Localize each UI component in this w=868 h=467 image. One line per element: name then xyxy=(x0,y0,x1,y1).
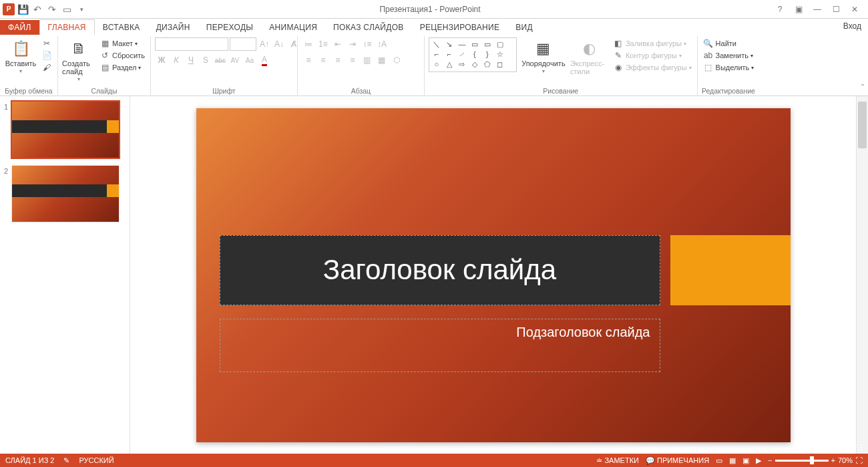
title-placeholder[interactable]: Заголовок слайда xyxy=(220,235,660,305)
shapes-gallery[interactable]: ＼ ↘ — ▭ ▭ ▢ ⌐ ⌐ ⟋ { } ☆ ○ △ ⇨ ◇ ⬠ ◻ xyxy=(429,37,517,72)
shape-arrow2-icon[interactable]: ⇨ xyxy=(456,59,468,69)
tab-view[interactable]: ВИД xyxy=(507,20,541,35)
shape-elbow-icon[interactable]: ⌐ xyxy=(431,49,443,59)
shape-fill-button[interactable]: ◧Заливка фигуры▾ xyxy=(612,37,693,49)
ribbon-options-icon[interactable]: ▣ xyxy=(791,3,807,16)
font-name-combo[interactable] xyxy=(155,37,228,51)
undo-icon[interactable]: ↶ xyxy=(31,3,44,16)
change-case-button[interactable]: Aa xyxy=(243,53,256,67)
find-button[interactable]: 🔍Найти xyxy=(702,37,756,49)
thumb-preview[interactable] xyxy=(12,102,119,158)
font-size-combo[interactable] xyxy=(230,37,256,51)
line-spacing-icon[interactable]: ↕≡ xyxy=(361,37,374,51)
close-icon[interactable]: ✕ xyxy=(847,3,863,16)
shape-roundrect-icon[interactable]: ▢ xyxy=(494,39,506,49)
shape-line-icon[interactable]: ＼ xyxy=(431,39,443,49)
sign-in-link[interactable]: Вход xyxy=(843,21,861,31)
strike-button[interactable]: abc xyxy=(214,53,227,67)
tab-slideshow[interactable]: ПОКАЗ СЛАЙДОВ xyxy=(325,20,412,35)
char-spacing-button[interactable]: AV xyxy=(228,53,242,67)
increase-font-icon[interactable]: A↑ xyxy=(258,37,271,51)
thumbnail-2[interactable]: 2 xyxy=(4,166,126,222)
tab-review[interactable]: РЕЦЕНЗИРОВАНИЕ xyxy=(412,20,508,35)
slideshow-view-icon[interactable]: ▶ xyxy=(756,456,761,465)
bullets-icon[interactable]: ≔ xyxy=(302,37,315,51)
slide[interactable]: Заголовок слайда Подзаголовок слайда xyxy=(196,108,791,442)
tab-file[interactable]: ФАЙЛ xyxy=(0,20,39,35)
thumbnail-1[interactable]: 1 xyxy=(4,102,126,158)
normal-view-icon[interactable]: ▭ xyxy=(716,456,722,465)
zoom-out-icon[interactable]: − xyxy=(768,456,772,464)
qat-dropdown-icon[interactable]: ▾ xyxy=(75,3,88,16)
italic-button[interactable]: К xyxy=(170,53,183,67)
minimize-icon[interactable]: — xyxy=(809,3,825,16)
subtitle-placeholder[interactable]: Подзаголовок слайда xyxy=(220,319,660,372)
decrease-font-icon[interactable]: A↓ xyxy=(272,37,286,51)
maximize-icon[interactable]: ☐ xyxy=(828,3,844,16)
shape-line2-icon[interactable]: — xyxy=(456,39,468,49)
tab-animation[interactable]: АНИМАЦИЯ xyxy=(261,20,325,35)
increase-indent-icon[interactable]: ⇥ xyxy=(346,37,359,51)
scroll-thumb[interactable] xyxy=(858,102,867,148)
numbering-icon[interactable]: 1≡ xyxy=(316,37,330,51)
shape-curve-icon[interactable]: ⟋ xyxy=(456,49,468,59)
shape-elbow2-icon[interactable]: ⌐ xyxy=(443,49,455,59)
zoom-slider[interactable] xyxy=(775,460,829,462)
paste-button[interactable]: 📋 Вставить ▾ xyxy=(4,37,37,74)
tab-transitions[interactable]: ПЕРЕХОДЫ xyxy=(198,20,261,35)
shape-outline-button[interactable]: ✎Контур фигуры▾ xyxy=(612,49,693,61)
shape-arrow-icon[interactable]: ↘ xyxy=(443,39,455,49)
shape-oval-icon[interactable]: ○ xyxy=(431,59,443,69)
cut-button[interactable]: ✂ xyxy=(40,37,53,49)
justify-icon[interactable]: ≡ xyxy=(346,53,359,67)
tab-insert[interactable]: ВСТАВКА xyxy=(95,20,148,35)
language-indicator[interactable]: РУССКИЙ xyxy=(79,456,114,464)
columns-icon[interactable]: ▥ xyxy=(361,53,374,67)
align-text-icon[interactable]: ▦ xyxy=(375,53,389,67)
zoom-in-icon[interactable]: + xyxy=(831,456,835,464)
notes-button[interactable]: ≐ ЗАМЕТКИ xyxy=(596,456,639,465)
slide-counter[interactable]: СЛАЙД 1 ИЗ 2 xyxy=(5,456,54,464)
shape-brace-icon[interactable]: { xyxy=(469,49,481,59)
redo-icon[interactable]: ↷ xyxy=(45,3,59,16)
decrease-indent-icon[interactable]: ⇤ xyxy=(331,37,345,51)
thumb-preview[interactable] xyxy=(12,166,119,222)
arrange-button[interactable]: ▦ Упорядочить ▾ xyxy=(519,37,568,74)
reset-button[interactable]: ↺Сбросить xyxy=(98,49,146,61)
new-slide-button[interactable]: 🗎 Создать слайд ▾ xyxy=(62,37,95,82)
align-center-icon[interactable]: ≡ xyxy=(316,53,330,67)
layout-button[interactable]: ▦Макет▾ xyxy=(98,37,146,49)
font-color-button[interactable]: A xyxy=(258,53,271,67)
shape-star-icon[interactable]: ☆ xyxy=(494,49,506,59)
start-slideshow-icon[interactable]: ▭ xyxy=(60,3,73,16)
select-button[interactable]: ⬚Выделить▾ xyxy=(702,61,756,73)
fit-window-icon[interactable]: ⛶ xyxy=(855,456,863,464)
shape-callout-icon[interactable]: ◻ xyxy=(494,59,506,69)
zoom-percent[interactable]: 70% xyxy=(838,456,853,464)
spellcheck-icon[interactable]: ✎ xyxy=(63,456,69,465)
text-direction-icon[interactable]: ↕A xyxy=(375,37,389,51)
vertical-scrollbar[interactable] xyxy=(856,96,868,454)
help-icon[interactable]: ? xyxy=(772,3,788,16)
tab-home[interactable]: ГЛАВНАЯ xyxy=(39,19,95,35)
shape-rect2-icon[interactable]: ▭ xyxy=(481,39,493,49)
comments-button[interactable]: 💬 ПРИМЕЧАНИЯ xyxy=(646,456,709,465)
shape-pentagon-icon[interactable]: ⬠ xyxy=(481,59,493,69)
collapse-ribbon-icon[interactable]: ˆ xyxy=(861,84,864,93)
section-button[interactable]: ▤Раздел▾ xyxy=(98,61,146,73)
copy-button[interactable]: 📄 xyxy=(40,49,53,61)
format-painter-button[interactable]: 🖌 xyxy=(40,61,53,73)
align-right-icon[interactable]: ≡ xyxy=(331,53,345,67)
align-left-icon[interactable]: ≡ xyxy=(302,53,315,67)
shape-triangle-icon[interactable]: △ xyxy=(443,59,455,69)
shape-diamond-icon[interactable]: ◇ xyxy=(469,59,481,69)
shape-rect-icon[interactable]: ▭ xyxy=(469,39,481,49)
shape-brace2-icon[interactable]: } xyxy=(481,49,493,59)
sorter-view-icon[interactable]: ▦ xyxy=(729,456,736,465)
underline-button[interactable]: Ч xyxy=(184,53,198,67)
bold-button[interactable]: Ж xyxy=(155,53,168,67)
smartart-icon[interactable]: ⬡ xyxy=(390,53,403,67)
reading-view-icon[interactable]: ▣ xyxy=(742,456,749,465)
shape-effects-button[interactable]: ◉Эффекты фигуры▾ xyxy=(612,61,693,73)
quick-styles-button[interactable]: ◐ Экспресс-стили xyxy=(570,37,609,75)
